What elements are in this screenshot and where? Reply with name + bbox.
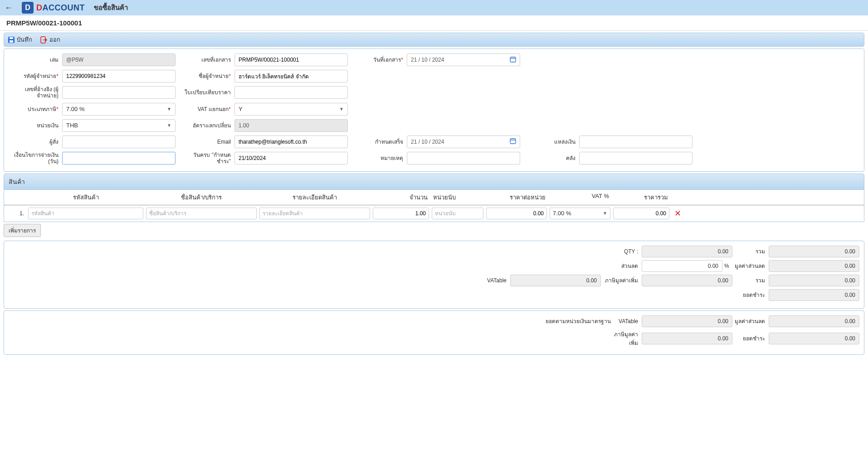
brand-text: DACCOUNT <box>36 3 85 13</box>
label-quotation: ใบเปรียบเทียบราคา <box>180 89 234 96</box>
value-disc-val: 0.00 <box>769 260 859 272</box>
value-net: 0.00 <box>769 289 859 301</box>
label-book: เล่ม <box>8 57 62 63</box>
label-vat-sep: VAT แยกนอก* <box>180 106 234 112</box>
label-disc-val2: มูลค่าส่วนลด <box>732 317 769 325</box>
label-net: ยอดชำระ <box>732 290 769 299</box>
input-due-date[interactable]: 21 / 10 / 2024 <box>407 135 520 148</box>
value-sum2: 0.00 <box>769 275 859 286</box>
cell-name[interactable] <box>146 208 257 219</box>
grid: รหัสสินค้า ชื่อสินค้า/บริการ รายละเอียดส… <box>4 190 864 222</box>
input-payment-due[interactable] <box>234 152 348 165</box>
label-exch-rate: อัตราแลกเปลี่ยน <box>180 122 234 129</box>
col-desc: รายละเอียดสินค้า <box>258 193 371 202</box>
back-arrow-icon[interactable]: ← <box>5 3 13 13</box>
label-tax-type: ประเภทภาษี* <box>8 106 62 112</box>
totals-panel-2: ยอดตามหน่วยเงินมาตรฐาน VATable 0.00 มูลค… <box>4 310 864 355</box>
label-sum2: รวม <box>732 276 769 285</box>
row-index: 1. <box>4 210 27 217</box>
label-doc-date: วันที่เอกสาร* <box>352 57 407 63</box>
chevron-down-icon: ▼ <box>167 123 171 128</box>
value-vatable2: 0.00 <box>642 315 732 327</box>
label-source: แหล่งเงิน <box>525 139 579 145</box>
grid-header: รหัสสินค้า ชื่อสินค้า/บริการ รายละเอียดส… <box>4 190 864 205</box>
value-vatable: 0.00 <box>510 275 601 286</box>
input-vendor-code[interactable] <box>62 70 176 82</box>
calendar-icon <box>510 138 516 145</box>
col-total: ราคารวม <box>612 193 671 202</box>
label-remark: หมายเหตุ <box>352 155 407 161</box>
cell-price[interactable] <box>486 208 547 219</box>
label-currency: หน่วยเงิน <box>8 122 62 129</box>
svg-rect-1 <box>10 37 13 39</box>
input-doc-date[interactable]: 21 / 10 / 2024 <box>407 53 520 66</box>
input-source[interactable] <box>579 135 692 148</box>
exit-icon <box>40 36 48 44</box>
svg-rect-2 <box>10 40 13 43</box>
top-header: ← D DACCOUNT ขอซื้อสินค้า <box>0 0 868 15</box>
exit-button[interactable]: ออก <box>40 35 60 44</box>
cell-total[interactable] <box>613 208 669 219</box>
select-currency[interactable]: THB▼ <box>62 119 176 132</box>
label-discount: ส่วนลด <box>601 261 642 270</box>
label-email: Email <box>180 139 234 145</box>
col-vat: VAT % <box>548 193 612 202</box>
cell-qty[interactable] <box>373 208 429 219</box>
calendar-icon <box>510 56 516 64</box>
input-vendor-name[interactable] <box>234 70 348 82</box>
input-exch-rate <box>234 119 348 132</box>
label-std-currency: ยอดตามหน่วยเงินมาตรฐาน <box>542 317 614 325</box>
label-doc-no: เลขที่เอกสาร <box>180 57 234 63</box>
col-unit: หน่วยนับ <box>430 193 485 202</box>
label-vendor-name: ชื่อผู้จำหน่าย* <box>180 73 234 79</box>
form-panel: เล่ม เลขที่เอกสาร วันที่เอกสาร* 21 / 10 … <box>4 48 864 172</box>
logo-icon: D <box>22 2 34 14</box>
label-ref-no: เลขที่อ้างอิง (ผู้จำหน่าย) <box>8 86 62 99</box>
label-payment-due: วันครบ "กำหนดชำระ" <box>180 152 234 165</box>
brand-rest: ACCOUNT <box>43 3 85 12</box>
cell-code[interactable] <box>28 208 143 219</box>
page-title: ขอซื้อสินค้า <box>94 2 128 13</box>
svg-rect-4 <box>510 57 516 62</box>
chevron-down-icon: ▼ <box>603 211 607 216</box>
cell-vat[interactable]: 7.00 %▼ <box>550 208 610 219</box>
svg-rect-5 <box>510 139 516 144</box>
input-doc-no[interactable] <box>234 53 348 66</box>
label-net2: ยอดชำระ <box>732 334 769 343</box>
input-ref-no[interactable] <box>62 86 176 99</box>
cell-unit[interactable] <box>432 208 483 219</box>
label-vendor-code: รหัสผู้จำหน่าย* <box>8 73 62 79</box>
input-orderer[interactable] <box>62 135 176 148</box>
save-button[interactable]: บันทึก <box>8 35 32 44</box>
document-number: PRMP5W/00021-100001 <box>0 15 868 31</box>
input-quotation[interactable] <box>234 86 348 99</box>
label-vat2: ภาษีมูลค่าเพิ่ม <box>605 330 642 347</box>
label-pct: % <box>722 263 732 269</box>
input-email[interactable] <box>234 135 348 148</box>
save-label: บันทึก <box>17 35 32 44</box>
label-credit-days: เงื่อนไขการจ่ายเงิน (วัน) <box>8 152 62 165</box>
input-warehouse[interactable] <box>579 152 692 165</box>
col-price: ราคาต่อหน่วย <box>485 193 548 202</box>
select-tax-type[interactable]: 7.00 %▼ <box>62 103 176 116</box>
add-row-button[interactable]: เพิ่มรายการ <box>4 224 41 237</box>
col-name: ชื่อสินค้า/บริการ <box>145 193 258 202</box>
input-discount[interactable]: 0.00 <box>642 260 722 272</box>
value-vat: 0.00 <box>642 275 732 286</box>
delete-row-button[interactable]: ✕ <box>671 208 684 218</box>
grid-row: 1. 7.00 %▼ ✕ <box>4 205 864 222</box>
label-qty-total: QTY : <box>601 248 642 255</box>
cell-desc[interactable] <box>259 208 370 219</box>
col-code: รหัสสินค้า <box>27 193 145 202</box>
label-disc-val: มูลค่าส่วนลด <box>732 261 769 270</box>
input-remark[interactable] <box>407 152 520 165</box>
label-warehouse: คลัง <box>525 155 579 161</box>
select-vat-sep[interactable]: Y▼ <box>234 103 348 116</box>
col-qty: จำนวน <box>371 193 430 202</box>
brand-d: D <box>36 3 43 12</box>
label-vatable2: VATable <box>614 318 642 324</box>
chevron-down-icon: ▼ <box>339 106 344 111</box>
value-disc-val2: 0.00 <box>769 315 859 327</box>
label-sum: รวม <box>732 247 769 256</box>
input-credit-days[interactable] <box>62 152 176 165</box>
